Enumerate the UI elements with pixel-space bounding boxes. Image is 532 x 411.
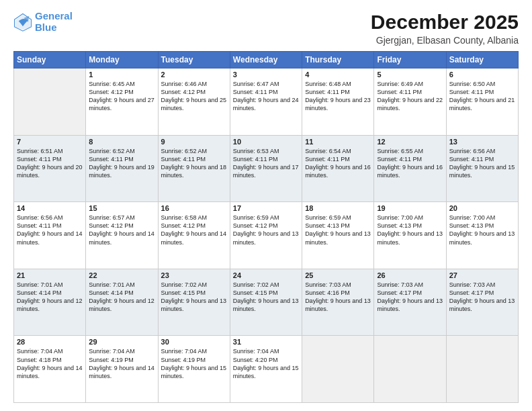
calendar-cell: 1Sunrise: 6:45 AMSunset: 4:12 PMDaylight… xyxy=(86,68,158,136)
day-number: 5 xyxy=(377,71,443,79)
calendar-cell: 23Sunrise: 7:02 AMSunset: 4:15 PMDayligh… xyxy=(158,269,230,336)
day-info: Sunrise: 6:47 AMSunset: 4:11 PMDaylight:… xyxy=(233,80,299,113)
calendar-cell: 26Sunrise: 7:03 AMSunset: 4:17 PMDayligh… xyxy=(374,269,446,336)
day-info: Sunrise: 7:01 AMSunset: 4:14 PMDaylight:… xyxy=(17,281,83,314)
day-number: 9 xyxy=(161,138,227,146)
day-info: Sunrise: 7:03 AMSunset: 4:17 PMDaylight:… xyxy=(449,281,515,314)
day-number: 3 xyxy=(233,71,299,79)
calendar-cell: 6Sunrise: 6:50 AMSunset: 4:11 PMDaylight… xyxy=(446,68,518,136)
day-info: Sunrise: 7:04 AMSunset: 4:19 PMDaylight:… xyxy=(161,347,227,380)
calendar-cell: 16Sunrise: 6:58 AMSunset: 4:12 PMDayligh… xyxy=(158,202,230,269)
header-tuesday: Tuesday xyxy=(158,52,230,68)
day-info: Sunrise: 6:56 AMSunset: 4:11 PMDaylight:… xyxy=(449,147,515,180)
day-number: 29 xyxy=(89,338,154,346)
day-number: 6 xyxy=(449,71,515,79)
day-number: 18 xyxy=(305,204,371,212)
calendar-week-row: 21Sunrise: 7:01 AMSunset: 4:14 PMDayligh… xyxy=(14,269,519,336)
day-number: 16 xyxy=(161,204,227,212)
day-info: Sunrise: 7:00 AMSunset: 4:13 PMDaylight:… xyxy=(449,214,515,246)
calendar-cell: 25Sunrise: 7:03 AMSunset: 4:16 PMDayligh… xyxy=(302,269,374,336)
title-block: December 2025 Gjergjan, Elbasan County, … xyxy=(371,11,519,46)
header-thursday: Thursday xyxy=(302,52,374,68)
calendar-cell: 21Sunrise: 7:01 AMSunset: 4:14 PMDayligh… xyxy=(14,269,86,336)
header-monday: Monday xyxy=(86,52,158,68)
day-number: 22 xyxy=(89,271,154,279)
calendar-cell: 11Sunrise: 6:54 AMSunset: 4:11 PMDayligh… xyxy=(302,135,374,202)
day-info: Sunrise: 6:59 AMSunset: 4:13 PMDaylight:… xyxy=(305,214,371,246)
day-number: 19 xyxy=(377,204,443,212)
logo-line1: General xyxy=(35,10,73,21)
calendar-cell: 27Sunrise: 7:03 AMSunset: 4:17 PMDayligh… xyxy=(446,269,518,336)
day-info: Sunrise: 6:57 AMSunset: 4:12 PMDaylight:… xyxy=(89,214,154,246)
day-info: Sunrise: 6:45 AMSunset: 4:12 PMDaylight:… xyxy=(89,80,154,113)
calendar-cell: 14Sunrise: 6:56 AMSunset: 4:11 PMDayligh… xyxy=(14,202,86,269)
calendar-week-row: 7Sunrise: 6:51 AMSunset: 4:11 PMDaylight… xyxy=(14,135,519,202)
day-info: Sunrise: 6:56 AMSunset: 4:11 PMDaylight:… xyxy=(17,214,83,246)
calendar-cell xyxy=(446,336,518,403)
day-number: 30 xyxy=(161,338,227,346)
day-info: Sunrise: 7:02 AMSunset: 4:15 PMDaylight:… xyxy=(233,281,299,314)
logo: General Blue xyxy=(13,11,73,33)
day-number: 31 xyxy=(233,338,299,346)
day-number: 11 xyxy=(305,138,371,146)
day-number: 28 xyxy=(17,338,83,346)
logo-line2: Blue xyxy=(35,21,57,33)
day-info: Sunrise: 7:02 AMSunset: 4:15 PMDaylight:… xyxy=(161,281,227,314)
day-number: 1 xyxy=(89,71,154,79)
day-number: 13 xyxy=(449,138,515,146)
calendar-cell xyxy=(14,68,86,136)
day-info: Sunrise: 6:48 AMSunset: 4:11 PMDaylight:… xyxy=(305,80,371,113)
day-number: 7 xyxy=(17,138,83,146)
day-number: 21 xyxy=(17,271,83,279)
day-info: Sunrise: 7:03 AMSunset: 4:17 PMDaylight:… xyxy=(377,281,443,314)
day-number: 20 xyxy=(449,204,515,212)
day-number: 23 xyxy=(161,271,227,279)
header-friday: Friday xyxy=(374,52,446,68)
day-number: 2 xyxy=(161,71,227,79)
calendar-cell: 17Sunrise: 6:59 AMSunset: 4:12 PMDayligh… xyxy=(230,202,302,269)
calendar-cell: 3Sunrise: 6:47 AMSunset: 4:11 PMDaylight… xyxy=(230,68,302,136)
day-info: Sunrise: 6:50 AMSunset: 4:11 PMDaylight:… xyxy=(449,80,515,113)
day-info: Sunrise: 7:04 AMSunset: 4:20 PMDaylight:… xyxy=(233,347,299,380)
calendar-week-row: 14Sunrise: 6:56 AMSunset: 4:11 PMDayligh… xyxy=(14,202,519,269)
day-number: 15 xyxy=(89,204,154,212)
calendar-cell: 31Sunrise: 7:04 AMSunset: 4:20 PMDayligh… xyxy=(230,336,302,403)
calendar-cell: 29Sunrise: 7:04 AMSunset: 4:19 PMDayligh… xyxy=(86,336,158,403)
location: Gjergjan, Elbasan County, Albania xyxy=(371,35,519,46)
day-number: 4 xyxy=(305,71,371,79)
day-info: Sunrise: 6:52 AMSunset: 4:11 PMDaylight:… xyxy=(161,147,227,180)
day-header-row: Sunday Monday Tuesday Wednesday Thursday… xyxy=(14,52,519,68)
day-number: 24 xyxy=(233,271,299,279)
header-saturday: Saturday xyxy=(446,52,518,68)
day-info: Sunrise: 6:52 AMSunset: 4:11 PMDaylight:… xyxy=(89,147,154,180)
calendar-cell: 12Sunrise: 6:55 AMSunset: 4:11 PMDayligh… xyxy=(374,135,446,202)
calendar-cell xyxy=(302,336,374,403)
calendar-week-row: 28Sunrise: 7:04 AMSunset: 4:18 PMDayligh… xyxy=(14,336,519,403)
calendar-cell: 9Sunrise: 6:52 AMSunset: 4:11 PMDaylight… xyxy=(158,135,230,202)
calendar-cell: 18Sunrise: 6:59 AMSunset: 4:13 PMDayligh… xyxy=(302,202,374,269)
day-info: Sunrise: 6:54 AMSunset: 4:11 PMDaylight:… xyxy=(305,147,371,180)
calendar-cell: 22Sunrise: 7:01 AMSunset: 4:14 PMDayligh… xyxy=(86,269,158,336)
day-number: 27 xyxy=(449,271,515,279)
day-info: Sunrise: 6:51 AMSunset: 4:11 PMDaylight:… xyxy=(17,147,83,180)
day-info: Sunrise: 6:59 AMSunset: 4:12 PMDaylight:… xyxy=(233,214,299,246)
logo-text: General Blue xyxy=(35,11,73,33)
calendar-cell: 4Sunrise: 6:48 AMSunset: 4:11 PMDaylight… xyxy=(302,68,374,136)
month-year: December 2025 xyxy=(371,11,519,34)
day-number: 25 xyxy=(305,271,371,279)
day-info: Sunrise: 7:01 AMSunset: 4:14 PMDaylight:… xyxy=(89,281,154,314)
calendar-cell: 13Sunrise: 6:56 AMSunset: 4:11 PMDayligh… xyxy=(446,135,518,202)
calendar-cell: 15Sunrise: 6:57 AMSunset: 4:12 PMDayligh… xyxy=(86,202,158,269)
logo-icon xyxy=(13,13,32,32)
day-number: 14 xyxy=(17,204,83,212)
calendar-week-row: 1Sunrise: 6:45 AMSunset: 4:12 PMDaylight… xyxy=(14,68,519,136)
day-info: Sunrise: 7:04 AMSunset: 4:18 PMDaylight:… xyxy=(17,347,83,380)
calendar-cell: 2Sunrise: 6:46 AMSunset: 4:12 PMDaylight… xyxy=(158,68,230,136)
calendar-cell: 8Sunrise: 6:52 AMSunset: 4:11 PMDaylight… xyxy=(86,135,158,202)
day-number: 10 xyxy=(233,138,299,146)
day-number: 8 xyxy=(89,138,154,146)
day-info: Sunrise: 7:00 AMSunset: 4:13 PMDaylight:… xyxy=(377,214,443,246)
calendar-cell: 19Sunrise: 7:00 AMSunset: 4:13 PMDayligh… xyxy=(374,202,446,269)
calendar-cell: 20Sunrise: 7:00 AMSunset: 4:13 PMDayligh… xyxy=(446,202,518,269)
header-wednesday: Wednesday xyxy=(230,52,302,68)
